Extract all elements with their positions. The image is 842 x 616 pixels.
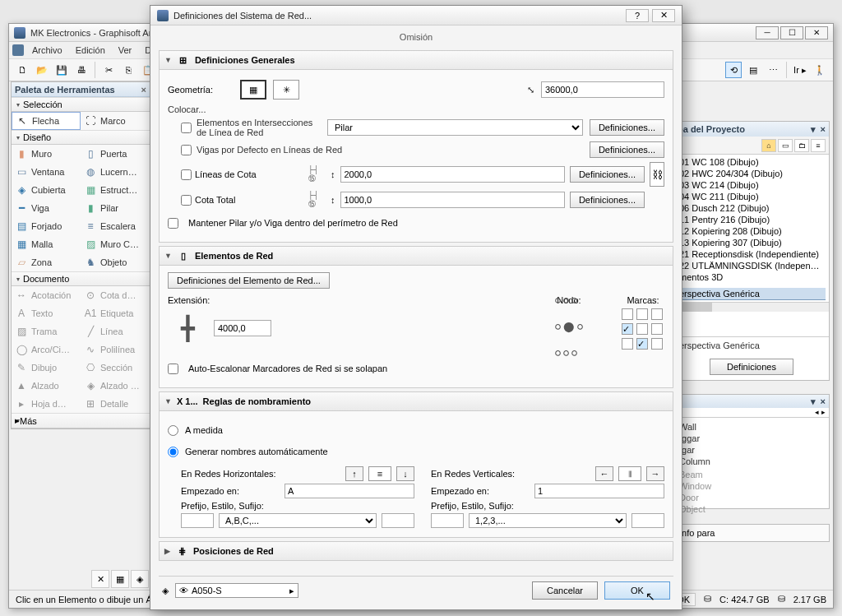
cancel-button[interactable]: Cancelar bbox=[532, 581, 598, 600]
link-chain-icon[interactable]: ⛓ bbox=[650, 162, 664, 187]
bt-opt-icon[interactable]: ◈ bbox=[131, 570, 149, 588]
close-button[interactable]: ✕ bbox=[805, 26, 828, 39]
layer-item[interactable]: Window bbox=[679, 480, 824, 492]
more-icon[interactable]: ⋯ bbox=[765, 62, 781, 78]
def-cota-button[interactable]: Definiciones... bbox=[570, 166, 645, 183]
list-item[interactable]: 12 Kopiering 208 (Dibujo) bbox=[678, 225, 826, 237]
geom-grid-icon[interactable]: ▦ bbox=[240, 80, 266, 100]
tool-lucern…[interactable]: ◍Lucern… bbox=[81, 163, 150, 181]
app-menu-icon[interactable] bbox=[12, 44, 24, 56]
section-nombramiento[interactable]: ▼ X 1... Reglas de nombramiento bbox=[159, 391, 673, 411]
tool-pilar[interactable]: ▮Pilar bbox=[81, 199, 150, 217]
chk-mantener[interactable]: Mantener Pilar y/o Viga dentro del perím… bbox=[168, 214, 664, 232]
radio-auto[interactable]: Generar nombres automáticamente bbox=[168, 442, 664, 461]
bt-grid-icon[interactable]: ▦ bbox=[111, 570, 129, 588]
list-item[interactable]: 01 WC 108 (Dibujo) bbox=[678, 156, 826, 168]
copy-icon[interactable]: ⎘ bbox=[120, 62, 136, 78]
geometria-input[interactable] bbox=[541, 81, 664, 98]
tool-muro[interactable]: ▮Muro bbox=[12, 145, 81, 163]
panel-close-icon[interactable]: × bbox=[821, 124, 826, 135]
list-icon[interactable]: ≡ bbox=[811, 139, 826, 152]
dir-right-button[interactable]: → bbox=[646, 466, 664, 481]
new-icon[interactable]: 🗋 bbox=[14, 62, 30, 78]
panel2-menu-icon[interactable]: ▾ bbox=[811, 396, 816, 407]
layer-select[interactable]: 👁A050-S▸ bbox=[175, 583, 298, 598]
extension-input[interactable] bbox=[214, 320, 271, 336]
tool-dibujo[interactable]: ✎Dibujo bbox=[12, 359, 81, 377]
def-pilar-button[interactable]: Definiciones... bbox=[590, 119, 664, 136]
tool-arco/ci…[interactable]: ◯Arco/Ci… bbox=[12, 340, 81, 359]
dialog-titlebar[interactable]: Definiciones del Sistema de Red... ? ✕ bbox=[150, 6, 682, 25]
def-vigas-button[interactable]: Definiciones... bbox=[590, 141, 664, 158]
def-elemento-button[interactable]: Definiciones del Elemento de Red... bbox=[168, 272, 330, 289]
panel2-chevron-icon[interactable]: ◂ ▸ bbox=[815, 408, 826, 417]
tool-objeto[interactable]: ♞Objeto bbox=[81, 253, 150, 271]
panel2-close-icon[interactable]: × bbox=[821, 396, 826, 407]
project-list[interactable]: 01 WC 108 (Dibujo)02 HWC 204/304 (Dibujo… bbox=[674, 155, 829, 286]
tool-acotación[interactable]: ↔Acotación bbox=[12, 286, 81, 304]
section-diseno[interactable]: Diseño bbox=[12, 130, 150, 145]
help-button[interactable]: ? bbox=[626, 9, 649, 22]
tool-puerta[interactable]: ▯Puerta bbox=[81, 145, 150, 163]
list-item[interactable]: mentos 3D bbox=[678, 271, 826, 283]
total-input[interactable] bbox=[340, 192, 565, 208]
tool-ventana[interactable]: ▭Ventana bbox=[12, 163, 81, 181]
panel-menu-icon[interactable]: ▾ bbox=[811, 124, 816, 135]
palette-close-icon[interactable]: × bbox=[141, 85, 146, 95]
chk-autoescalonar[interactable]: Auto-Escalonar Marcadores de Red si se s… bbox=[168, 359, 664, 377]
list-item[interactable]: 06 Dusch 212 (Dibujo) bbox=[678, 202, 826, 214]
list-item[interactable]: 13 Kopiering 307 (Dibujo) bbox=[678, 237, 826, 248]
vert-suffix-input[interactable] bbox=[632, 513, 664, 528]
open-icon[interactable]: 📂 bbox=[34, 62, 50, 78]
tool-etiqueta[interactable]: A1Etiqueta bbox=[81, 304, 150, 322]
horiz-suffix-input[interactable] bbox=[382, 513, 414, 528]
dir-up-button[interactable]: ↑ bbox=[345, 466, 363, 481]
list-item[interactable]: 02 HWC 204/304 (Dibujo) bbox=[678, 168, 826, 179]
menu-archivo[interactable]: Archivo bbox=[27, 44, 67, 57]
layer-icon[interactable]: ◈ bbox=[162, 586, 169, 596]
layer-item[interactable]: Door bbox=[679, 492, 824, 503]
section-general[interactable]: ▼ ⊞ Definiciones Generales bbox=[159, 50, 673, 70]
layer-item[interactable]: Beam bbox=[679, 469, 824, 480]
def-total-button[interactable]: Definiciones... bbox=[570, 192, 645, 208]
tool-línea[interactable]: ╱Línea bbox=[81, 322, 150, 340]
layer-item[interactable]: Column bbox=[679, 456, 824, 467]
tool-sección[interactable]: ⎔Sección bbox=[81, 359, 150, 377]
definiciones-button[interactable]: Definiciones bbox=[710, 359, 793, 375]
menu-ver[interactable]: Ver bbox=[113, 44, 137, 57]
section-posiciones[interactable]: ▶ ⋕ Posiciones de Red bbox=[159, 541, 673, 561]
folder-icon[interactable]: 🗀 bbox=[794, 139, 809, 152]
chk-intersecciones[interactable]: Elementos en Intersecciones de Línea de … bbox=[181, 118, 321, 137]
tool-muro c…[interactable]: ▨Muro C… bbox=[81, 235, 150, 253]
selected-view[interactable]: erspectiva Genérica bbox=[678, 288, 826, 300]
layer-item[interactable]: Object bbox=[679, 503, 824, 515]
vert-start-input[interactable] bbox=[534, 484, 664, 498]
chk-total[interactable]: Cota Total bbox=[181, 195, 296, 206]
section-elementos[interactable]: ▼ ▯ Elementos de Red bbox=[159, 246, 673, 266]
dir-left-button[interactable]: ← bbox=[595, 466, 613, 481]
vert-prefix-input[interactable] bbox=[431, 513, 464, 528]
radio-medida[interactable]: A medida bbox=[168, 421, 664, 439]
tool-alzado …[interactable]: ◈Alzado … bbox=[81, 377, 150, 395]
chk-vigas[interactable]: Vigas por Defecto en Líneas de Red bbox=[181, 145, 583, 155]
horiz-style-select[interactable]: A,B,C,... bbox=[219, 513, 377, 528]
list-item[interactable]: 04 WC 211 (Dibujo) bbox=[678, 191, 826, 202]
nav-go-icon[interactable]: Ir ▸ bbox=[792, 62, 808, 78]
tool-estruct…[interactable]: ▦Estruct… bbox=[81, 181, 150, 199]
layer-item[interactable]: ìgar bbox=[679, 444, 824, 456]
tool-detalle[interactable]: ⊞Detalle bbox=[81, 395, 150, 413]
dir-down-button[interactable]: ↓ bbox=[396, 466, 414, 481]
tool-hoja d…[interactable]: ▸Hoja d… bbox=[12, 395, 81, 413]
tool-escalera[interactable]: ≡Escalera bbox=[81, 217, 150, 235]
layers-icon[interactable]: ▤ bbox=[745, 62, 761, 78]
dialog-close-button[interactable]: ✕ bbox=[652, 9, 675, 22]
tool-texto[interactable]: ATexto bbox=[12, 304, 81, 322]
tool-cota d…[interactable]: ⊙Cota d… bbox=[81, 286, 150, 304]
book-icon[interactable]: ▭ bbox=[778, 139, 793, 152]
layers-list[interactable]: WallìggarìgarColumnBeamWindowDoorObject bbox=[674, 418, 829, 518]
tool-viga[interactable]: ━Viga bbox=[12, 199, 81, 217]
section-seleccion[interactable]: Selección bbox=[12, 97, 150, 112]
walk-icon[interactable]: 🚶 bbox=[812, 62, 828, 78]
home-icon[interactable]: ⌂ bbox=[761, 139, 776, 152]
tool-zona[interactable]: ▱Zona bbox=[12, 253, 81, 271]
